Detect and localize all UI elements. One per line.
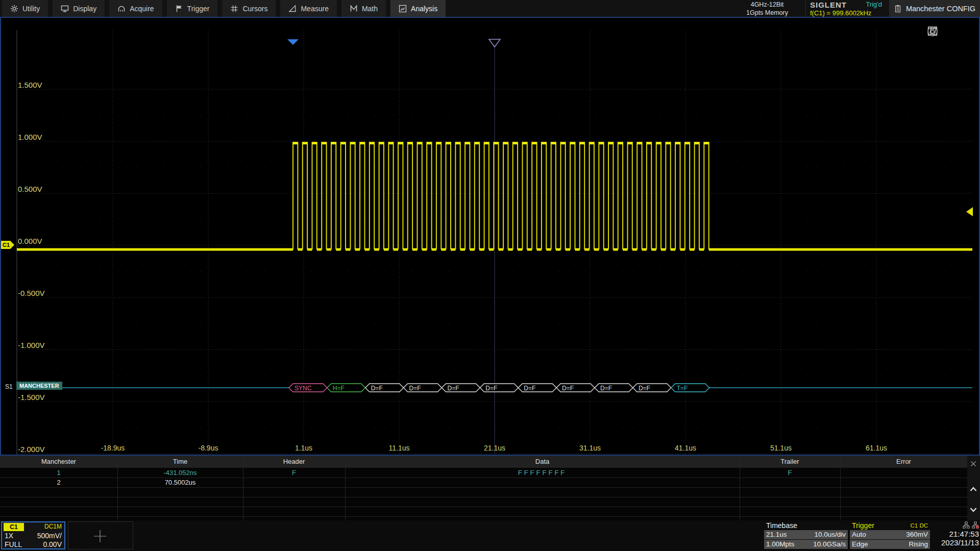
table-cell: 1 (0, 468, 117, 478)
table-header-cell[interactable]: Trailer (740, 456, 840, 468)
time-label: -18.9us (95, 444, 131, 452)
bandwidth-limit-label: FULL (5, 540, 22, 548)
menu-item-measure[interactable]: Measure (280, 0, 336, 17)
voltage-label: -0.500V (18, 289, 45, 297)
voltage-label: 0.500V (18, 185, 42, 193)
decode-bubbles: SYNCH=FD=FD=FD=FD=FD=FD=FD=FD=FT=F (17, 384, 972, 392)
time-label: 31.1us (572, 444, 608, 452)
table-header-row: ManchesterTimeHeaderDataTrailerError (0, 456, 967, 468)
lan-icon[interactable] (963, 521, 970, 529)
chevron-up-icon[interactable] (969, 485, 977, 493)
clipboard-icon (894, 5, 902, 13)
table-cell (840, 478, 967, 487)
table-row-empty (0, 487, 967, 497)
trigger-level: 360mV (906, 530, 928, 539)
trigger-status-badge: Trig'd (866, 1, 882, 8)
top-menu-bar: UtilityDisplayAcquireTriggerCursorsMeasu… (0, 0, 980, 17)
rotate-display-icon[interactable] (957, 26, 967, 36)
acquisition-info: 4GHz-12Bit 1Gpts Memory (731, 0, 803, 17)
time-label: 41.1us (668, 444, 703, 452)
decode-frame-label: D=F (600, 385, 612, 392)
math-icon (350, 5, 358, 13)
table-cell: 70.5002us (117, 478, 243, 487)
table-cell: F (243, 468, 345, 478)
vertical-scale-label: 500mV/ (37, 532, 62, 540)
column-divider (117, 456, 118, 520)
timebase-title: Timebase (764, 521, 848, 530)
channel1-panel[interactable]: C1 DC1M 1X 500mV/ FULL 0.00V (1, 521, 65, 549)
lan-disconnected-icon[interactable] (972, 521, 979, 529)
table-cell: 2 (0, 478, 117, 487)
time-label: 1.1us (286, 444, 322, 452)
column-divider (345, 456, 346, 520)
menu-item-label: Display (73, 5, 96, 13)
menu-item-label: Measure (301, 5, 328, 13)
table-header-cell[interactable]: Manchester (0, 456, 117, 468)
table-cell (345, 478, 740, 487)
table-header-cell[interactable]: Error (840, 456, 967, 468)
decode-frame-label: D=F (371, 385, 383, 392)
horizontal-markers[interactable] (287, 39, 973, 216)
trigger-panel[interactable]: Trigger C1 DC Auto 360mV Edge Rising (850, 521, 930, 549)
brand-status-block: SIGLENT Trig'd f(C1) = 999.6002kHz (805, 0, 885, 17)
oscilloscope-screen: UtilityDisplayAcquireTriggerCursorsMeasu… (0, 0, 980, 551)
menu-item-analysis[interactable]: Analysis (390, 0, 446, 17)
menu-item-trigger[interactable]: Trigger (167, 0, 218, 17)
voltage-label: -2.000V (18, 445, 45, 454)
table-row[interactable]: 270.5002us (0, 478, 967, 488)
menu-item-label: Cursors (242, 5, 267, 13)
voltage-label: 0.000V (18, 237, 42, 245)
voltage-label: 1.500V (18, 81, 42, 89)
decode-frame-label: D=F (639, 385, 650, 392)
time-label: 21.1us (477, 444, 512, 452)
menu-item-label: Acquire (130, 5, 154, 13)
menu-item-display[interactable]: Display (53, 0, 105, 17)
date-label: 2023/11/13 (932, 538, 979, 547)
trigger-source: C1 DC (910, 521, 928, 530)
manchester-config-button[interactable]: Manchester CONFIG (889, 0, 980, 17)
decode-frame-label: H=F (333, 385, 345, 392)
decode-frame-label: D=F (409, 385, 421, 392)
decode-channel-label: S1 (5, 383, 13, 390)
column-divider (740, 456, 740, 520)
column-divider (243, 456, 243, 520)
decode-frame-label: D=F (447, 385, 459, 392)
table-scrollbar[interactable] (967, 456, 980, 520)
table-header-cell[interactable]: Header (243, 456, 345, 468)
trigger-slope: Rising (909, 540, 928, 549)
config-button-label: Manchester CONFIG (906, 5, 975, 13)
table-header-cell[interactable]: Data (345, 456, 740, 468)
decode-frame-label: D=F (562, 385, 574, 392)
menu-item-math[interactable]: Math (341, 0, 386, 17)
close-icon[interactable] (969, 460, 977, 468)
gear-icon (10, 5, 18, 13)
menu-item-label: Math (362, 5, 378, 13)
fullscreen-icon[interactable] (942, 26, 952, 36)
clock-panel: 21:47:53 2023/11/13 (932, 521, 979, 547)
table-cell (740, 478, 840, 487)
decode-bus-badge[interactable]: MANCHESTER (16, 382, 62, 390)
menu-item-utility[interactable]: Utility (2, 0, 48, 17)
add-channel-slot[interactable] (68, 521, 133, 549)
chevron-down-icon[interactable] (969, 506, 977, 514)
table-row-empty (0, 507, 967, 517)
timebase-points: 1.00Mpts (766, 540, 795, 549)
menu-item-acquire[interactable]: Acquire (109, 0, 162, 17)
coupling-label: DC1M (44, 523, 62, 530)
plus-cross-icon (93, 529, 107, 543)
table-row[interactable]: 1-431.052nsFFFFFFFFFF (0, 468, 967, 478)
decode-results-table: ManchesterTimeHeaderDataTrailerError 1-4… (0, 456, 980, 520)
menu-item-cursors[interactable]: Cursors (222, 0, 276, 17)
trigger-level-marker[interactable] (966, 207, 973, 216)
time-label: 61.1us (859, 444, 894, 452)
cursors-icon (230, 5, 238, 13)
bottom-status-bar: C1 DC1M 1X 500mV/ FULL 0.00V Timebase 21… (0, 520, 980, 551)
table-cell: -431.052ns (117, 468, 243, 478)
waveform-display-area[interactable]: SYNCH=FD=FD=FD=FD=FD=FD=FD=FD=FT=F 1.500… (0, 17, 980, 456)
timebase-panel[interactable]: Timebase 21.1us 10.0us/div 1.00Mpts 10.0… (764, 521, 848, 549)
decode-frame-label: T=F (677, 385, 688, 392)
measure-icon (288, 5, 297, 13)
decode-frame-label: D=F (485, 385, 497, 392)
trigger-position-marker[interactable] (287, 39, 299, 45)
table-header-cell[interactable]: Time (117, 456, 243, 468)
